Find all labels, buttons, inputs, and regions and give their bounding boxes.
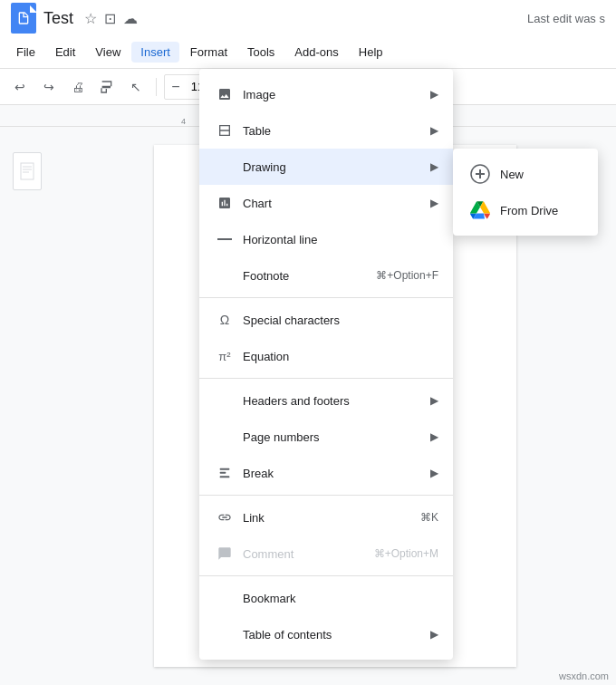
svg-rect-9 (220, 472, 226, 474)
comment-shortcut: ⌘+Option+M (374, 547, 438, 560)
cursor-button[interactable]: ↖ (123, 74, 149, 100)
submenu-drive-label: From Drive (500, 204, 558, 217)
title-icons: ☆ ⊡ ☁ (84, 10, 138, 27)
title-bar: Test ☆ ⊡ ☁ Last edit was s (0, 0, 616, 36)
table-icon (214, 123, 236, 138)
toc-arrow: ▶ (430, 628, 438, 641)
special-label: Special characters (243, 314, 438, 327)
comment-label: Comment (243, 547, 374, 561)
menu-format[interactable]: Format (181, 42, 236, 63)
menu-file[interactable]: File (7, 42, 44, 63)
pi-icon: π² (214, 350, 236, 363)
svg-rect-10 (220, 476, 230, 478)
drive-icon (467, 201, 493, 219)
menu-item-special[interactable]: Ω Special characters (199, 302, 453, 338)
undo-button[interactable]: ↩ (7, 74, 33, 100)
menu-insert[interactable]: Insert (131, 42, 179, 63)
menu-item-footnote[interactable]: Footnote ⌘+Option+F (199, 257, 453, 294)
break-arrow: ▶ (430, 467, 438, 479)
menu-item-break[interactable]: Break ▶ (199, 455, 453, 491)
chart-icon (214, 196, 236, 210)
drawing-submenu: New From Drive (453, 149, 598, 236)
omega-icon: Ω (214, 313, 236, 327)
redo-button[interactable]: ↪ (36, 74, 62, 100)
menu-item-drawing[interactable]: Drawing ▶ New (199, 149, 453, 185)
table-arrow: ▶ (430, 124, 438, 137)
folder-icon[interactable]: ⊡ (104, 10, 116, 27)
doc-title[interactable]: Test (43, 9, 73, 28)
star-icon[interactable]: ☆ (84, 10, 97, 27)
menu-item-chart[interactable]: Chart ▶ (199, 185, 453, 221)
menu-addons[interactable]: Add-ons (285, 42, 347, 63)
menu-item-toc[interactable]: Table of contents ▶ (199, 616, 453, 652)
separator-4 (199, 575, 453, 576)
sidebar (0, 127, 54, 685)
submenu-from-drive[interactable]: From Drive (453, 192, 598, 228)
image-label: Image (243, 88, 423, 101)
drawing-label: Drawing (243, 160, 423, 174)
equation-label: Equation (243, 350, 438, 363)
toolbar-sep (156, 78, 157, 96)
bookmark-label: Bookmark (243, 592, 438, 605)
font-size-decrease[interactable]: − (165, 74, 187, 100)
menu-item-table[interactable]: Table ▶ (199, 112, 453, 149)
svg-rect-0 (21, 163, 34, 179)
toc-label: Table of contents (243, 628, 423, 642)
link-label: Link (243, 511, 420, 525)
insert-dropdown: Image ▶ Table ▶ Drawing ▶ (199, 69, 453, 660)
menu-item-pagenums[interactable]: Page numbers ▶ (199, 419, 453, 455)
print-button[interactable]: 🖨 (65, 74, 91, 100)
comment-icon (214, 546, 236, 561)
drawing-arrow: ▶ (430, 160, 438, 173)
menu-item-bookmark[interactable]: Bookmark (199, 580, 453, 616)
chart-arrow: ▶ (430, 197, 438, 209)
menu-view[interactable]: View (86, 42, 130, 63)
break-icon (214, 466, 236, 480)
menu-item-image[interactable]: Image ▶ (199, 76, 453, 112)
headers-label: Headers and footers (243, 394, 423, 408)
image-icon (214, 87, 236, 101)
break-label: Break (243, 467, 423, 480)
doc-icon (11, 3, 36, 34)
image-arrow: ▶ (430, 88, 438, 101)
separator-3 (199, 495, 453, 496)
page-thumbnail[interactable] (13, 152, 42, 190)
menu-item-comment: Comment ⌘+Option+M (199, 535, 453, 572)
link-shortcut: ⌘K (420, 511, 438, 524)
separator-1 (199, 297, 453, 298)
paint-format-button[interactable] (94, 74, 120, 100)
footnote-shortcut: ⌘+Option+F (376, 269, 438, 282)
footnote-label: Footnote (243, 269, 376, 283)
table-label: Table (243, 124, 423, 138)
headers-arrow: ▶ (430, 394, 438, 407)
chart-label: Chart (243, 197, 423, 210)
plus-icon (467, 164, 493, 184)
menu-item-equation[interactable]: π² Equation (199, 338, 453, 374)
menu-item-hline[interactable]: Horizontal line (199, 221, 453, 257)
separator-2 (199, 378, 453, 379)
watermark: wsxdn.com (559, 671, 609, 681)
menu-item-headers[interactable]: Headers and footers ▶ (199, 382, 453, 419)
link-icon (214, 510, 236, 525)
menu-tools[interactable]: Tools (238, 42, 284, 63)
cloud-icon[interactable]: ☁ (123, 10, 138, 27)
svg-rect-8 (220, 468, 230, 470)
submenu-new-label: New (500, 168, 524, 181)
menu-bar: File Edit View Insert Format Tools Add-o… (0, 36, 616, 69)
pagenums-label: Page numbers (243, 430, 423, 444)
hline-label: Horizontal line (243, 233, 438, 246)
menu-help[interactable]: Help (350, 42, 392, 63)
last-edit-text: Last edit was s (527, 12, 605, 25)
hline-icon (214, 237, 236, 241)
pagenums-arrow: ▶ (430, 430, 438, 443)
menu-edit[interactable]: Edit (46, 42, 84, 63)
submenu-new[interactable]: New (453, 156, 598, 192)
menu-item-link[interactable]: Link ⌘K (199, 499, 453, 535)
